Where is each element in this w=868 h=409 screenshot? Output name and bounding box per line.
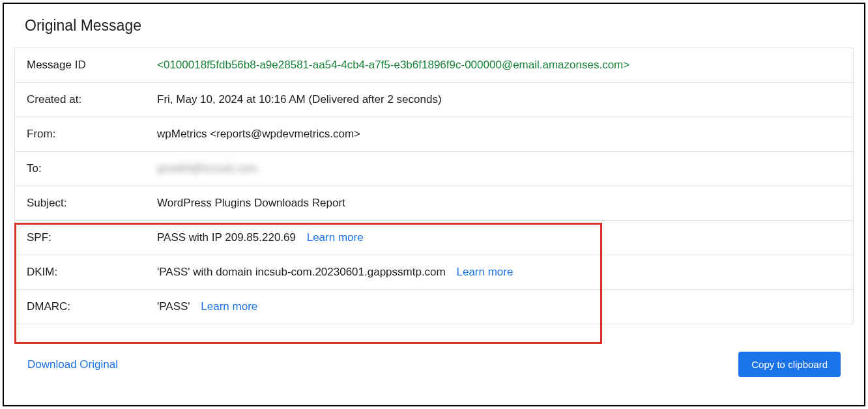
footer-actions: Download Original Copy to clipboard xyxy=(14,324,854,377)
dmarc-status: 'PASS' xyxy=(157,300,190,313)
created-at-value: Fri, May 10, 2024 at 10:16 AM (Delivered… xyxy=(157,93,442,106)
message-id-value: <0100018f5fdb56b8-a9e28581-aa54-4cb4-a7f… xyxy=(157,59,629,72)
dkim-row: DKIM: 'PASS' with domain incsub-com.2023… xyxy=(15,255,853,290)
message-details-table: Message ID <0100018f5fdb56b8-a9e28581-aa… xyxy=(14,48,854,324)
dmarc-row: DMARC: 'PASS' Learn more xyxy=(15,290,853,324)
dkim-learn-more-link[interactable]: Learn more xyxy=(456,266,513,278)
from-row: From: wpMetrics <reports@wpdevmetrics.co… xyxy=(15,117,853,152)
spf-label: SPF: xyxy=(27,231,157,244)
subject-value: WordPress Plugins Downloads Report xyxy=(157,197,345,210)
subject-label: Subject: xyxy=(27,197,157,210)
message-id-label: Message ID xyxy=(27,59,157,72)
spf-row: SPF: PASS with IP 209.85.220.69 Learn mo… xyxy=(15,221,853,255)
to-label: To: xyxy=(27,162,157,175)
to-value: growth@incsub.com xyxy=(157,162,257,175)
dkim-value: 'PASS' with domain incsub-com.20230601.g… xyxy=(157,266,513,279)
page-title: Original Message xyxy=(14,17,854,35)
dkim-status: 'PASS' with domain incsub-com.20230601.g… xyxy=(157,266,446,278)
download-original-link[interactable]: Download Original xyxy=(27,358,118,371)
from-value: wpMetrics <reports@wpdevmetrics.com> xyxy=(157,128,360,141)
spf-value: PASS with IP 209.85.220.69 Learn more xyxy=(157,231,364,244)
dmarc-label: DMARC: xyxy=(27,300,157,313)
created-at-label: Created at: xyxy=(27,93,157,106)
subject-row: Subject: WordPress Plugins Downloads Rep… xyxy=(15,186,853,221)
dmarc-value: 'PASS' Learn more xyxy=(157,300,257,313)
spf-learn-more-link[interactable]: Learn more xyxy=(307,231,364,244)
dmarc-learn-more-link[interactable]: Learn more xyxy=(201,300,257,313)
spf-status: PASS with IP 209.85.220.69 xyxy=(157,231,296,244)
message-id-row: Message ID <0100018f5fdb56b8-a9e28581-aa… xyxy=(15,48,853,83)
to-row: To: growth@incsub.com xyxy=(15,152,853,186)
copy-to-clipboard-button[interactable]: Copy to clipboard xyxy=(738,352,841,377)
created-at-row: Created at: Fri, May 10, 2024 at 10:16 A… xyxy=(15,83,853,117)
from-label: From: xyxy=(27,128,157,141)
dkim-label: DKIM: xyxy=(27,266,157,279)
